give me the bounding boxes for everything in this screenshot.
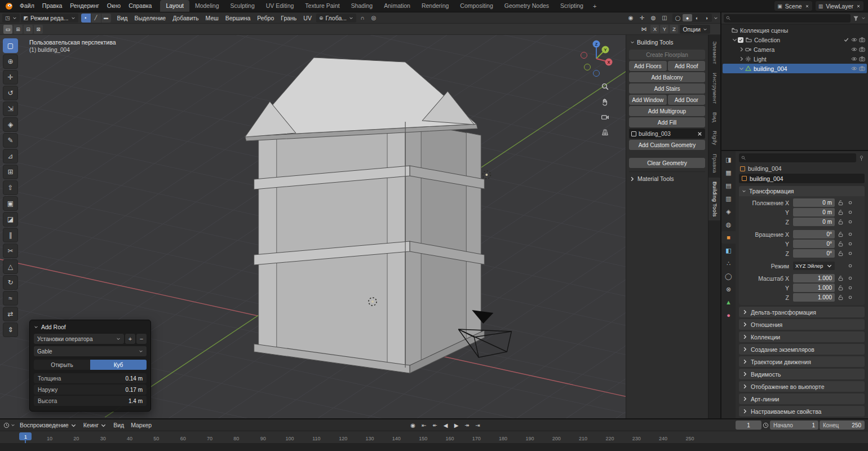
scene-selector[interactable]: ▣ Scene [774, 1, 812, 11]
properties-tab-object[interactable]: ■ [721, 231, 736, 244]
sidebar-button[interactable]: Add Balcony [629, 72, 705, 82]
mirror-z-toggle[interactable]: Z [670, 25, 678, 33]
toggle-perspective-button[interactable] [599, 126, 611, 138]
workspace-tab[interactable]: Rendering [416, 0, 454, 12]
auto-keying-record-button[interactable]: ◉ [408, 421, 418, 430]
tool-extrude-region[interactable]: ⇧ [3, 180, 18, 195]
jump-to-next-keyframe-button[interactable]: ↠ [462, 421, 472, 430]
shading-wireframe[interactable]: ◯ [673, 14, 683, 21]
viewport-menu[interactable]: Ребро [254, 15, 277, 21]
topbar-menu[interactable]: Окно [103, 0, 125, 12]
sidebar-button[interactable]: Create Floorplan [629, 50, 705, 60]
operator-panel-header[interactable]: Add Roof [34, 324, 147, 330]
options-dropdown[interactable]: Опции [680, 25, 710, 34]
shading-rendered[interactable]: ◑ [702, 14, 711, 21]
material-tools-section-header[interactable]: Material Tools [629, 171, 705, 182]
tool-add-cube[interactable]: ⊞ [3, 165, 18, 179]
value-field[interactable]: 0 m [793, 208, 835, 216]
sidebar-button[interactable]: Add Roof [668, 61, 706, 71]
sidebar-button[interactable]: Clear Geometry [629, 158, 705, 168]
lock-icon[interactable] [835, 294, 846, 300]
tool-loop-cut[interactable]: ∥ [3, 228, 18, 242]
workspace-tab[interactable]: Compositing [454, 0, 498, 12]
properties-tab-world[interactable]: ◍ [721, 218, 736, 231]
play-reverse-button[interactable]: ◀ [441, 421, 451, 430]
vertex-select-button[interactable]: ▪ [81, 14, 91, 23]
value-field[interactable]: 0° [793, 249, 835, 258]
value-field[interactable]: 1.000 [793, 293, 835, 302]
topbar-menu[interactable]: Правка [38, 0, 66, 12]
roof-type-dropdown[interactable]: Gable [34, 346, 147, 356]
shading-material-preview[interactable]: ◐ [692, 14, 702, 21]
disclosure-chevron-icon[interactable] [738, 46, 745, 52]
operator-presets-dropdown[interactable]: Установки оператора [34, 334, 124, 344]
value-field[interactable]: 0° [793, 240, 835, 248]
outliner-row[interactable]: building_004 [723, 64, 867, 73]
tool-measure[interactable]: ⊿ [3, 149, 18, 163]
snap-toggle[interactable]: ∩ [357, 14, 367, 23]
object-name-field[interactable]: building_004 [739, 174, 865, 183]
face-select-button[interactable]: ▬ [101, 14, 111, 23]
jump-to-start-button[interactable]: ⇤ [419, 421, 429, 430]
sidebar-button[interactable]: Add Floors [629, 61, 667, 71]
tool-shrink-fatten[interactable]: ⇕ [3, 322, 18, 337]
timeline-menu[interactable]: Кеинг [80, 422, 110, 428]
mirror-x-toggle[interactable]: X [650, 25, 659, 33]
show-overlays-toggle[interactable]: ◍ [648, 14, 658, 23]
operator-field[interactable]: Наружу0.17 m [34, 384, 147, 395]
lock-icon[interactable] [835, 231, 846, 237]
tool-annotate[interactable]: ✎ [3, 133, 18, 148]
tool-rotate[interactable]: ↺ [3, 86, 18, 100]
properties-tab-material[interactable]: ● [721, 309, 736, 321]
properties-tab-tool[interactable]: ◨ [721, 153, 736, 166]
properties-tab-scene[interactable]: ◈ [721, 205, 736, 218]
sidebar-button[interactable]: Add Fill [629, 117, 705, 127]
transform-panel-header[interactable]: Трансформация [739, 186, 865, 196]
gizmo-y-neg[interactable] [584, 64, 591, 70]
playhead[interactable]: 1 [19, 432, 32, 440]
lock-icon[interactable] [835, 241, 846, 247]
timeline-track-area[interactable] [0, 444, 868, 451]
outliner-row[interactable]: Camera [723, 45, 867, 54]
lock-icon[interactable] [835, 285, 846, 291]
building-mesh[interactable] [245, 58, 485, 373]
lock-icon[interactable] [835, 200, 846, 206]
tool-spin[interactable]: ↻ [3, 275, 18, 290]
timeline-ruler[interactable]: 1 10203040506070809010011012013014015016… [0, 431, 868, 444]
topbar-menu[interactable]: Справка [125, 0, 156, 12]
sidebar-tab[interactable]: Инструмент [708, 69, 720, 108]
properties-tab-physics[interactable]: ◯ [721, 270, 736, 282]
animate-property-dot[interactable] [846, 200, 854, 206]
tool-transform[interactable]: ◈ [3, 117, 18, 132]
topbar-menu[interactable]: Рендеринг [66, 0, 103, 12]
tool-move[interactable]: ✛ [3, 70, 18, 85]
current-frame-field[interactable]: 1 [736, 421, 761, 430]
workspace-tab[interactable]: Modeling [189, 0, 225, 12]
proportional-edit-toggle[interactable]: ◎ [369, 14, 379, 23]
workspace-tab[interactable]: Scripting [555, 0, 589, 12]
play-button[interactable]: ▶ [451, 421, 462, 430]
toggle-xray[interactable]: ◫ [659, 14, 670, 23]
lock-icon[interactable] [835, 219, 846, 225]
chevron-down-icon[interactable] [11, 423, 15, 427]
shading-dropdown-icon[interactable] [714, 16, 718, 20]
operator-field[interactable]: Высота1.4 m [34, 396, 147, 406]
outliner-row[interactable]: Light [723, 54, 867, 64]
workspace-tab[interactable]: Texture Paint [299, 0, 345, 12]
topbar-menu[interactable]: Файл [16, 0, 38, 12]
sidebar-tab[interactable]: Вид [708, 108, 720, 126]
tool-knife[interactable]: ✂ [3, 244, 18, 258]
frame-end-field[interactable]: Конец 250 [820, 421, 865, 430]
animate-property-dot[interactable] [846, 219, 854, 225]
jump-to-prev-keyframe-button[interactable]: ↞ [430, 421, 440, 430]
timeline-menu[interactable]: Маркер [127, 422, 155, 428]
collection-checkbox[interactable] [738, 37, 743, 43]
tool-inset-faces[interactable]: ▣ [3, 196, 18, 211]
tool-cursor[interactable]: ⊕ [3, 54, 18, 69]
gizmo-x-neg[interactable] [581, 52, 587, 59]
properties-tab-modifiers[interactable]: ◧ [721, 244, 736, 257]
chevron-down-icon[interactable] [861, 16, 866, 20]
properties-section-header[interactable]: Арт-линии [739, 393, 865, 404]
value-field[interactable]: 1.000 [793, 274, 835, 282]
viewport-menu[interactable]: Выделение [131, 15, 170, 21]
